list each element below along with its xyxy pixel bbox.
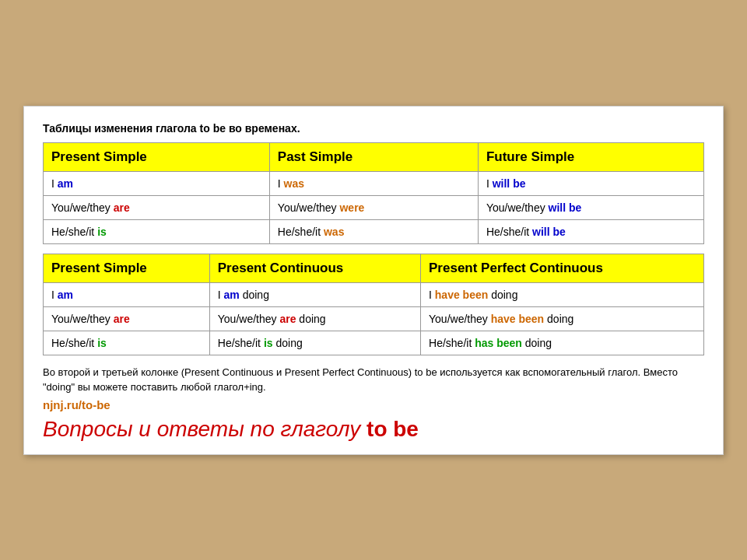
t1-r2-c3: You/we/they will be [478, 195, 703, 219]
table-row: You/we/they are You/we/they are doing Yo… [44, 306, 704, 331]
table-row: He/she/it is He/she/it is doing He/she/i… [44, 331, 704, 355]
am-3: am [224, 289, 240, 301]
are-2: are [114, 313, 130, 325]
t2-r1-c1: I am [44, 282, 210, 306]
was-1: was [284, 177, 304, 190]
t1-r2-c1: You/we/they are [44, 195, 270, 219]
footnote-text: Во второй и третьей колонке (Present Con… [43, 365, 704, 412]
table2-header-1: Present Simple [44, 254, 210, 282]
footnote-paragraph: Во второй и третьей колонке (Present Con… [43, 365, 704, 395]
am-2: am [58, 289, 73, 301]
footnote-row: Во второй и третьей колонке (Present Con… [43, 365, 704, 412]
table1-header-1: Present Simple [44, 142, 270, 171]
are-1: are [114, 201, 130, 214]
t2-r2-c1: You/we/they are [44, 306, 210, 331]
t2-r2-c2: You/we/they are doing [209, 306, 420, 331]
table2: Present Simple Present Continuous Presen… [43, 254, 704, 355]
t1-r3-c2: He/she/it was [269, 219, 478, 243]
big-title-text: Вопросы и ответы по глаголу to be [43, 417, 419, 441]
t2-r1-c2: I am doing [209, 282, 420, 306]
were-1: were [339, 201, 364, 214]
t2-r1-c3: I have been doing [421, 282, 704, 306]
t2-r3-c2: He/she/it is doing [209, 331, 420, 355]
table2-header-3: Present Perfect Continuous [421, 254, 704, 282]
table1: Present Simple Past Simple Future Simple… [43, 142, 704, 244]
t1-r3-c3: He/she/it will be [478, 219, 703, 243]
are-3: are [279, 313, 296, 325]
t1-r1-c1: I am [44, 171, 270, 195]
hasbeen-1: has been [475, 337, 522, 349]
willbe-2: will be [549, 201, 582, 214]
footnote-link: njnj.ru/to-be [43, 398, 110, 411]
table1-header-3: Future Simple [478, 142, 703, 171]
table-row: I am I was I will be [44, 171, 704, 195]
table2-header-2: Present Continuous [209, 254, 420, 282]
is-3: is [264, 337, 273, 349]
to-be-text: to be [366, 417, 419, 441]
table-row: You/we/they are You/we/they were You/we/… [44, 195, 704, 219]
willbe-1: will be [493, 177, 526, 190]
big-title: Вопросы и ответы по глаголу to be [43, 417, 704, 442]
is-2: is [97, 337, 107, 349]
table-row: He/she/it is He/she/it was He/she/it wil… [44, 219, 704, 243]
was-2: was [324, 226, 344, 238]
t2-r2-c3: You/we/they have been doing [421, 306, 704, 331]
am-1: am [58, 177, 73, 190]
t1-r3-c1: He/she/it is [44, 219, 270, 243]
table1-header-2: Past Simple [269, 142, 478, 171]
havebeen-1: have been [435, 289, 488, 301]
t2-r3-c3: He/she/it has been doing [421, 331, 704, 355]
is-1: is [97, 226, 107, 238]
t1-r1-c3: I will be [478, 171, 703, 195]
section-title: Таблицы изменения глагола to be во време… [43, 122, 704, 135]
t1-r1-c2: I was [269, 171, 478, 195]
t1-r2-c2: You/we/they were [269, 195, 478, 219]
table-row: I am I am doing I have been doing [44, 282, 704, 306]
page-container: Таблицы изменения глагола to be во време… [23, 106, 724, 455]
havebeen-2: have been [491, 313, 544, 325]
willbe-3: will be [532, 226, 566, 238]
t2-r3-c1: He/she/it is [44, 331, 210, 355]
